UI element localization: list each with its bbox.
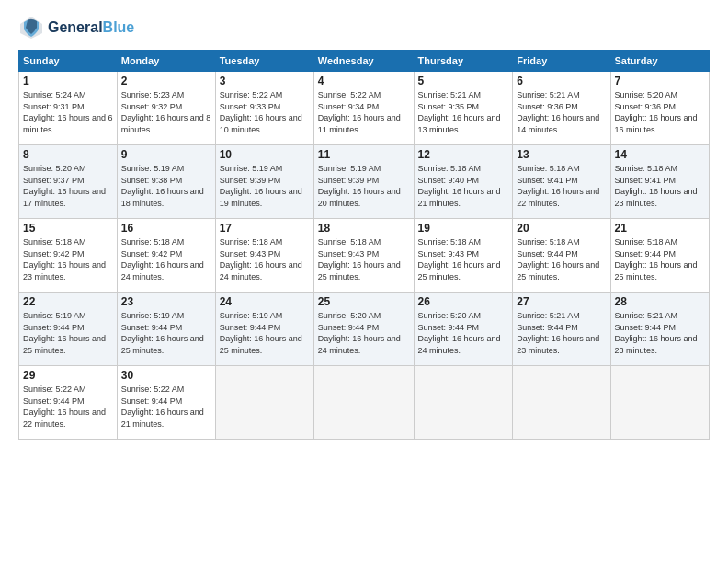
header: GeneralBlue <box>18 15 710 40</box>
calendar-header-sunday: Sunday <box>19 51 118 72</box>
day-number: 19 <box>418 222 509 235</box>
day-number: 20 <box>517 222 606 235</box>
generalblue-logo-icon <box>18 15 44 40</box>
calendar-cell: 30 Sunrise: 5:22 AMSunset: 9:44 PMDaylig… <box>117 366 215 440</box>
calendar-cell: 4 Sunrise: 5:22 AMSunset: 9:34 PMDayligh… <box>313 72 414 145</box>
day-number: 16 <box>121 222 211 235</box>
calendar-cell: 23 Sunrise: 5:19 AMSunset: 9:44 PMDaylig… <box>117 293 215 366</box>
day-info: Sunrise: 5:22 AMSunset: 9:33 PMDaylight:… <box>220 90 302 134</box>
day-info: Sunrise: 5:22 AMSunset: 9:44 PMDaylight:… <box>121 385 204 429</box>
day-number: 18 <box>318 222 410 235</box>
calendar-cell: 26 Sunrise: 5:20 AMSunset: 9:44 PMDaylig… <box>414 293 513 366</box>
calendar-cell: 9 Sunrise: 5:19 AMSunset: 9:38 PMDayligh… <box>117 145 215 219</box>
day-number: 5 <box>418 75 509 87</box>
day-info: Sunrise: 5:18 AMSunset: 9:42 PMDaylight:… <box>121 237 204 282</box>
day-info: Sunrise: 5:18 AMSunset: 9:43 PMDaylight:… <box>318 237 401 282</box>
day-info: Sunrise: 5:19 AMSunset: 9:44 PMDaylight:… <box>121 311 204 355</box>
calendar-cell: 11 Sunrise: 5:19 AMSunset: 9:39 PMDaylig… <box>313 145 414 219</box>
calendar-header-thursday: Thursday <box>414 51 513 72</box>
calendar-cell: 13 Sunrise: 5:18 AMSunset: 9:41 PMDaylig… <box>513 145 610 219</box>
calendar-cell <box>313 366 414 440</box>
day-number: 12 <box>418 148 509 161</box>
day-info: Sunrise: 5:19 AMSunset: 9:38 PMDaylight:… <box>121 164 204 208</box>
day-number: 6 <box>517 75 606 87</box>
calendar-week-row: 29 Sunrise: 5:22 AMSunset: 9:44 PMDaylig… <box>19 366 710 440</box>
day-info: Sunrise: 5:23 AMSunset: 9:32 PMDaylight:… <box>121 90 211 134</box>
calendar-header-saturday: Saturday <box>610 51 709 72</box>
logo-text: GeneralBlue <box>48 19 134 36</box>
logo: GeneralBlue <box>18 15 134 40</box>
day-info: Sunrise: 5:20 AMSunset: 9:44 PMDaylight:… <box>418 311 501 355</box>
day-number: 10 <box>220 148 310 161</box>
day-info: Sunrise: 5:24 AMSunset: 9:31 PMDaylight:… <box>23 90 113 134</box>
day-number: 4 <box>318 75 410 87</box>
calendar-cell: 24 Sunrise: 5:19 AMSunset: 9:44 PMDaylig… <box>215 293 313 366</box>
day-number: 9 <box>121 148 211 161</box>
calendar-week-row: 15 Sunrise: 5:18 AMSunset: 9:42 PMDaylig… <box>19 219 710 293</box>
day-number: 15 <box>23 222 113 235</box>
day-number: 28 <box>615 295 705 308</box>
calendar-cell: 18 Sunrise: 5:18 AMSunset: 9:43 PMDaylig… <box>313 219 414 293</box>
day-number: 11 <box>318 148 410 161</box>
calendar-header-friday: Friday <box>513 51 610 72</box>
day-number: 22 <box>23 295 113 308</box>
day-number: 29 <box>23 369 113 382</box>
calendar-cell: 12 Sunrise: 5:18 AMSunset: 9:40 PMDaylig… <box>414 145 513 219</box>
calendar-cell: 6 Sunrise: 5:21 AMSunset: 9:36 PMDayligh… <box>513 72 610 145</box>
calendar-cell: 19 Sunrise: 5:18 AMSunset: 9:43 PMDaylig… <box>414 219 513 293</box>
calendar-cell: 3 Sunrise: 5:22 AMSunset: 9:33 PMDayligh… <box>215 72 313 145</box>
calendar-week-row: 8 Sunrise: 5:20 AMSunset: 9:37 PMDayligh… <box>19 145 710 219</box>
day-info: Sunrise: 5:21 AMSunset: 9:35 PMDaylight:… <box>418 90 501 134</box>
day-info: Sunrise: 5:18 AMSunset: 9:41 PMDaylight:… <box>517 164 599 208</box>
day-number: 21 <box>615 222 705 235</box>
day-info: Sunrise: 5:19 AMSunset: 9:39 PMDaylight:… <box>220 164 302 208</box>
calendar-header-wednesday: Wednesday <box>313 51 414 72</box>
day-number: 23 <box>121 295 211 308</box>
day-info: Sunrise: 5:20 AMSunset: 9:36 PMDaylight:… <box>615 90 698 134</box>
calendar-header-monday: Monday <box>117 51 215 72</box>
calendar-cell: 5 Sunrise: 5:21 AMSunset: 9:35 PMDayligh… <box>414 72 513 145</box>
day-info: Sunrise: 5:18 AMSunset: 9:43 PMDaylight:… <box>418 237 501 282</box>
day-number: 25 <box>318 295 410 308</box>
day-info: Sunrise: 5:22 AMSunset: 9:34 PMDaylight:… <box>318 90 401 134</box>
day-info: Sunrise: 5:18 AMSunset: 9:42 PMDaylight:… <box>23 237 106 282</box>
calendar-cell: 25 Sunrise: 5:20 AMSunset: 9:44 PMDaylig… <box>313 293 414 366</box>
calendar-header-tuesday: Tuesday <box>215 51 313 72</box>
calendar-cell: 27 Sunrise: 5:21 AMSunset: 9:44 PMDaylig… <box>513 293 610 366</box>
day-number: 13 <box>517 148 606 161</box>
day-info: Sunrise: 5:20 AMSunset: 9:37 PMDaylight:… <box>23 164 106 208</box>
calendar-cell <box>513 366 610 440</box>
calendar-cell: 7 Sunrise: 5:20 AMSunset: 9:36 PMDayligh… <box>610 72 709 145</box>
calendar-cell: 14 Sunrise: 5:18 AMSunset: 9:41 PMDaylig… <box>610 145 709 219</box>
day-info: Sunrise: 5:18 AMSunset: 9:43 PMDaylight:… <box>220 237 302 282</box>
calendar-week-row: 1 Sunrise: 5:24 AMSunset: 9:31 PMDayligh… <box>19 72 710 145</box>
day-info: Sunrise: 5:19 AMSunset: 9:39 PMDaylight:… <box>318 164 401 208</box>
calendar-cell: 2 Sunrise: 5:23 AMSunset: 9:32 PMDayligh… <box>117 72 215 145</box>
day-number: 24 <box>220 295 310 308</box>
calendar-cell: 1 Sunrise: 5:24 AMSunset: 9:31 PMDayligh… <box>19 72 118 145</box>
day-number: 2 <box>121 75 211 87</box>
day-info: Sunrise: 5:21 AMSunset: 9:36 PMDaylight:… <box>517 90 599 134</box>
day-number: 3 <box>220 75 310 87</box>
day-info: Sunrise: 5:18 AMSunset: 9:44 PMDaylight:… <box>517 237 599 282</box>
calendar-table: SundayMondayTuesdayWednesdayThursdayFrid… <box>18 50 710 440</box>
calendar-cell <box>215 366 313 440</box>
calendar-cell: 29 Sunrise: 5:22 AMSunset: 9:44 PMDaylig… <box>19 366 118 440</box>
calendar-cell <box>610 366 709 440</box>
calendar-cell: 21 Sunrise: 5:18 AMSunset: 9:44 PMDaylig… <box>610 219 709 293</box>
calendar-week-row: 22 Sunrise: 5:19 AMSunset: 9:44 PMDaylig… <box>19 293 710 366</box>
day-info: Sunrise: 5:18 AMSunset: 9:41 PMDaylight:… <box>615 164 698 208</box>
day-number: 14 <box>615 148 705 161</box>
calendar-header-row: SundayMondayTuesdayWednesdayThursdayFrid… <box>19 51 710 72</box>
day-number: 17 <box>220 222 310 235</box>
day-number: 8 <box>23 148 113 161</box>
day-info: Sunrise: 5:19 AMSunset: 9:44 PMDaylight:… <box>220 311 302 355</box>
calendar-cell: 28 Sunrise: 5:21 AMSunset: 9:44 PMDaylig… <box>610 293 709 366</box>
page: GeneralBlue SundayMondayTuesdayWednesday… <box>0 0 728 563</box>
day-number: 27 <box>517 295 606 308</box>
day-info: Sunrise: 5:21 AMSunset: 9:44 PMDaylight:… <box>615 311 698 355</box>
day-number: 7 <box>615 75 705 87</box>
calendar-cell <box>414 366 513 440</box>
calendar-cell: 20 Sunrise: 5:18 AMSunset: 9:44 PMDaylig… <box>513 219 610 293</box>
day-number: 1 <box>23 75 113 87</box>
